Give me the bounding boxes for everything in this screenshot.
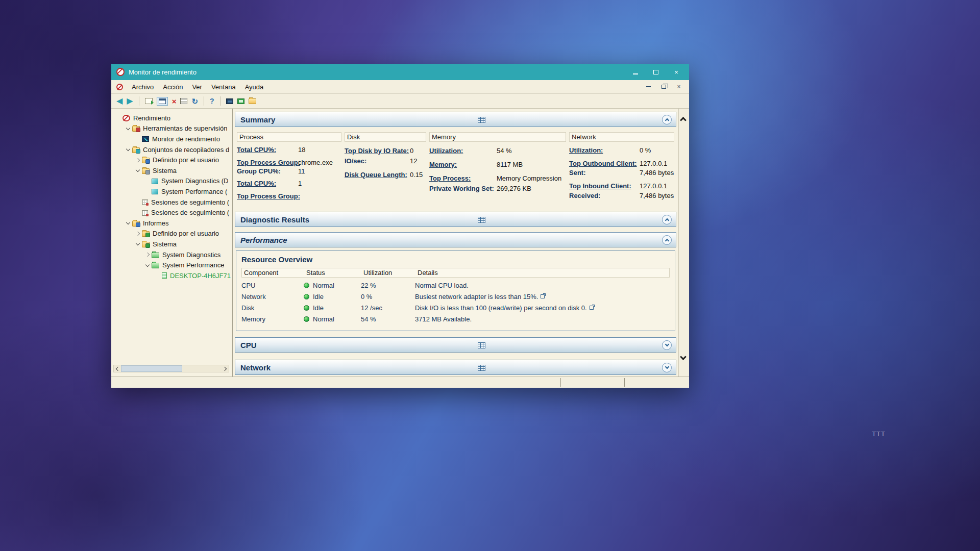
scroll-down-icon[interactable] xyxy=(680,354,687,360)
menu-ventana[interactable]: Ventana xyxy=(207,82,240,92)
table-grid-icon[interactable] xyxy=(478,342,485,348)
menu-ver[interactable]: Ver xyxy=(187,82,207,92)
chevron-down-icon[interactable] xyxy=(144,263,152,268)
open-folder-icon[interactable] xyxy=(249,98,256,104)
back-button[interactable]: ◀ xyxy=(116,97,122,105)
tree-item-system-performance[interactable]: System Performance ( xyxy=(111,186,232,197)
table-grid-icon[interactable] xyxy=(478,217,485,223)
refresh-button[interactable]: ↻ xyxy=(191,97,198,105)
chevron-right-icon[interactable] xyxy=(135,158,142,163)
summary-link[interactable]: Top Inbound Client: xyxy=(569,182,640,190)
section-title: Diagnostic Results xyxy=(235,215,309,224)
tree-item-sesiones-1[interactable]: Sesiones de seguimiento ( xyxy=(111,197,232,208)
close-button[interactable]: × xyxy=(673,68,680,76)
tree-item-definido-usuario-2[interactable]: Definido por el usuario xyxy=(111,229,232,239)
scroll-right-icon[interactable] xyxy=(222,365,229,372)
expand-button[interactable] xyxy=(662,363,672,372)
performance-section-header[interactable]: Performance xyxy=(235,232,676,247)
export-icon[interactable] xyxy=(145,98,153,104)
forward-button[interactable]: ▶ xyxy=(127,97,133,105)
chevron-down-icon[interactable] xyxy=(135,241,142,246)
menu-accion[interactable]: Acción xyxy=(158,82,187,92)
summary-row: IO/sec:12 xyxy=(345,156,426,166)
chevron-down-icon[interactable] xyxy=(125,126,132,131)
scroll-left-icon[interactable] xyxy=(114,365,121,372)
summary-link[interactable]: Disk Queue Length: xyxy=(345,171,410,179)
summary-value: 8117 MB xyxy=(497,161,523,168)
help-button[interactable]: ? xyxy=(210,97,214,105)
expand-button[interactable] xyxy=(662,340,672,350)
tree-item-system-performance-2[interactable]: System Performance xyxy=(111,260,232,270)
chevron-right-icon[interactable] xyxy=(144,252,152,257)
console-close-button[interactable]: × xyxy=(675,83,683,91)
diagnostic-results-section-header[interactable]: Diagnostic Results xyxy=(235,212,676,227)
tree-item-sistema-2[interactable]: Sistema xyxy=(111,239,232,249)
summary-link[interactable]: Top Outbound Client: xyxy=(569,160,640,167)
status-text: Normal xyxy=(313,282,334,289)
chevron-down-icon[interactable] xyxy=(135,168,142,173)
summary-link[interactable]: Utilization: xyxy=(569,146,640,154)
summary-link[interactable]: Top Process: xyxy=(429,174,497,182)
collapse-button[interactable] xyxy=(662,115,672,124)
network-section-header[interactable]: Network xyxy=(235,360,676,375)
maximize-button[interactable] xyxy=(652,68,659,76)
chevron-right-icon[interactable] xyxy=(135,231,142,236)
table-grid-icon[interactable] xyxy=(478,365,485,371)
console-window-icon[interactable] xyxy=(226,98,233,104)
summary-link[interactable]: Utilization: xyxy=(429,147,497,155)
delete-button[interactable]: × xyxy=(172,97,177,105)
scrollbar-track[interactable] xyxy=(121,365,222,372)
summary-link[interactable]: Top Process Group: xyxy=(237,159,298,166)
tree-item-informes[interactable]: Informes xyxy=(111,218,232,229)
minimize-button[interactable] xyxy=(632,68,639,76)
tree-item-sesiones-2[interactable]: Sesiones de seguimiento ( xyxy=(111,207,232,218)
menu-archivo[interactable]: Archivo xyxy=(127,82,158,92)
console-restore-button[interactable] xyxy=(659,83,668,91)
tree-horizontal-scrollbar[interactable] xyxy=(113,365,229,372)
tree-item-definido-usuario[interactable]: Definido por el usuario xyxy=(111,155,232,165)
spacer xyxy=(154,273,161,278)
scrollbar-thumb[interactable] xyxy=(121,365,182,372)
tree-item-rendimiento[interactable]: Rendimiento xyxy=(111,113,232,123)
main-area: Rendimiento Herramientas de supervisión … xyxy=(111,109,689,377)
tree-item-monitor[interactable]: Monitor de rendimiento xyxy=(111,134,232,144)
table-grid-icon[interactable] xyxy=(478,117,485,123)
summary-link[interactable]: Total CPU%: xyxy=(237,146,298,154)
status-green-icon xyxy=(304,316,309,322)
tree-item-system-diagnostics-2[interactable]: System Diagnostics xyxy=(111,249,232,260)
tree-item-sistema[interactable]: Sistema xyxy=(111,165,232,176)
scroll-up-icon[interactable] xyxy=(680,117,687,123)
summary-link[interactable]: Total CPU%: xyxy=(237,180,298,187)
show-console-tree-button[interactable] xyxy=(157,97,168,106)
data-collector-icon[interactable] xyxy=(237,98,244,104)
console-minimize-button[interactable] xyxy=(644,83,652,91)
summary-link[interactable]: Top Disk by IO Rate: xyxy=(345,147,410,155)
summary-section-header[interactable]: Summary xyxy=(235,112,676,127)
tree-item-conjuntos[interactable]: Conjuntos de recopiladores d xyxy=(111,144,232,155)
details-text: 3712 MB Available. xyxy=(415,315,472,323)
vertical-scrollbar[interactable] xyxy=(678,109,689,377)
titlebar[interactable]: Monitor de rendimiento × xyxy=(111,64,689,80)
tree-item-desktop-report[interactable]: DESKTOP-4H6JF71 xyxy=(111,270,232,281)
tree-item-herramientas[interactable]: Herramientas de supervisión xyxy=(111,123,232,134)
menu-ayuda[interactable]: Ayuda xyxy=(240,82,268,92)
status-cell: Normal xyxy=(304,315,361,323)
perfmon-small-icon xyxy=(116,84,123,90)
cpu-section-header[interactable]: CPU xyxy=(235,337,676,353)
chevron-down-icon xyxy=(665,342,669,346)
column-header: Utilization xyxy=(361,268,415,277)
details-text: Disk I/O is less than 100 (read/write) p… xyxy=(415,304,587,312)
user-folder-icon xyxy=(142,158,150,163)
collapse-button[interactable] xyxy=(662,235,672,245)
collapse-button[interactable] xyxy=(662,215,672,224)
tree-item-system-diagnostics[interactable]: System Diagnostics (D xyxy=(111,176,232,187)
summary-link[interactable]: Memory: xyxy=(429,161,497,168)
tree-item-label: Rendimiento xyxy=(133,114,170,122)
perfmon-window: Monitor de rendimiento × Archivo Acción … xyxy=(111,64,689,388)
external-link-icon[interactable] xyxy=(541,294,545,298)
summary-link[interactable]: Top Process Group: xyxy=(237,192,298,200)
external-link-icon[interactable] xyxy=(590,306,594,310)
chevron-down-icon[interactable] xyxy=(125,220,132,226)
properties-icon[interactable] xyxy=(180,98,187,104)
chevron-down-icon[interactable] xyxy=(125,147,132,152)
